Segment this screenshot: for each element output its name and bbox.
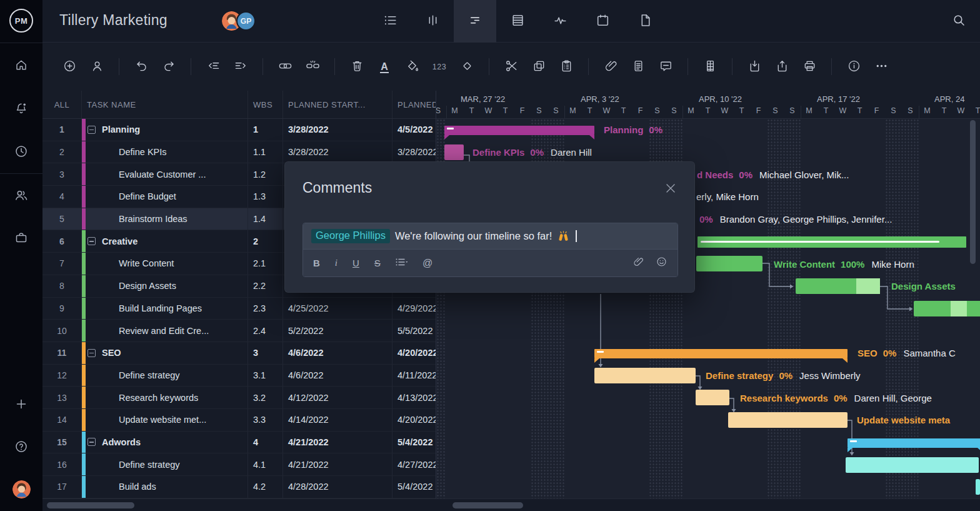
planned-start-cell[interactable]: 5/2/2022: [283, 320, 392, 342]
planned-finish-cell[interactable]: 5/4/2022: [392, 432, 436, 453]
tab-document[interactable]: [624, 0, 666, 43]
table-row[interactable]: 17Build ads4.24/28/20225/4/2022: [42, 476, 436, 498]
task-name-cell[interactable]: Adwords: [82, 432, 248, 453]
copy-button[interactable]: [528, 56, 549, 78]
gantt-horizontal-scrollbar[interactable]: [452, 502, 523, 508]
column-filter-all[interactable]: ALL: [42, 91, 82, 118]
task-name-cell[interactable]: Define KPIs: [82, 141, 248, 163]
gantt-task-bar[interactable]: [444, 144, 464, 160]
info-button[interactable]: [843, 56, 864, 78]
column-wbs[interactable]: WBS: [248, 91, 283, 118]
team-icon[interactable]: [9, 183, 34, 208]
notes-button[interactable]: [628, 56, 649, 78]
import-button[interactable]: [744, 56, 765, 78]
task-name-cell[interactable]: Define strategy: [82, 365, 248, 387]
planned-start-cell[interactable]: 4/21/2022: [283, 453, 392, 475]
planned-finish-cell[interactable]: 4/27/2022: [392, 453, 436, 475]
wbs-cell[interactable]: 3.2: [248, 387, 283, 408]
gantt-task-bar[interactable]: [914, 301, 980, 316]
paste-button[interactable]: [556, 56, 577, 78]
redo-button[interactable]: [158, 56, 179, 78]
more-button[interactable]: [871, 56, 892, 78]
undo-button[interactable]: [131, 56, 152, 78]
task-name-cell[interactable]: Define Budget: [82, 186, 248, 208]
planned-finish-cell[interactable]: 4/20/2022: [392, 409, 436, 431]
planned-start-cell[interactable]: 4/14/2022: [283, 409, 392, 431]
fill-color-button[interactable]: [401, 56, 422, 78]
attach-icon[interactable]: [632, 256, 644, 270]
table-row[interactable]: 16Define strategy4.14/21/20224/27/2022: [42, 453, 436, 476]
planned-finish-cell[interactable]: 3/28/2022: [392, 141, 436, 163]
columns-button[interactable]: [699, 56, 721, 78]
wbs-cell[interactable]: 2: [248, 230, 283, 252]
comment-button[interactable]: [655, 56, 676, 78]
member-avatar-initials[interactable]: GP: [236, 11, 256, 31]
delete-button[interactable]: [346, 56, 368, 78]
table-row[interactable]: 13Research keywords3.24/12/20224/13/2022: [42, 387, 436, 409]
table-horizontal-scrollbar[interactable]: [47, 502, 134, 508]
task-name-cell[interactable]: SEO: [82, 342, 248, 364]
unlink-tasks-button[interactable]: [302, 56, 323, 78]
planned-start-cell[interactable]: 4/25/2022: [283, 298, 392, 320]
table-row[interactable]: 15Adwords44/21/20225/4/2022: [42, 432, 436, 454]
table-row[interactable]: 2Define KPIs1.13/28/20223/28/2022: [42, 141, 436, 164]
wbs-cell[interactable]: 1.3: [248, 186, 283, 208]
gantt-summary-bar[interactable]: [848, 438, 980, 448]
numbers-button[interactable]: 123: [429, 56, 450, 78]
wbs-cell[interactable]: 3.1: [248, 365, 283, 387]
tab-list[interactable]: [369, 0, 411, 43]
tab-activity[interactable]: [539, 0, 581, 43]
wbs-cell[interactable]: 2.3: [248, 298, 283, 320]
wbs-cell[interactable]: 2.2: [248, 275, 283, 297]
font-color-button[interactable]: A: [374, 56, 395, 78]
collapse-icon[interactable]: [88, 237, 96, 245]
column-task-name[interactable]: TASK NAME: [82, 91, 248, 118]
wbs-cell[interactable]: 4: [248, 432, 283, 453]
tab-gantt[interactable]: [454, 0, 496, 43]
wbs-cell[interactable]: 1: [248, 119, 283, 141]
table-row[interactable]: 11SEO34/6/20224/20/2022: [42, 342, 436, 365]
gantt-task-bar[interactable]: [728, 412, 848, 428]
gantt-task-bar[interactable]: [696, 256, 762, 271]
gantt-task-bar[interactable]: [696, 390, 729, 405]
portfolio-briefcase-icon[interactable]: [9, 225, 34, 250]
home-icon[interactable]: [9, 53, 34, 78]
wbs-cell[interactable]: 1.4: [248, 208, 283, 230]
bold-button[interactable]: B: [313, 258, 320, 268]
task-name-cell[interactable]: Research keywords: [82, 387, 248, 408]
indent-button[interactable]: [230, 56, 251, 78]
task-name-cell[interactable]: Planning: [82, 119, 248, 141]
task-name-cell[interactable]: Brainstorm Ideas: [82, 208, 248, 230]
gantt-task-bar[interactable]: [796, 278, 880, 294]
column-planned-finish[interactable]: PLANNED FINISH: [392, 91, 436, 118]
task-name-cell[interactable]: Build Landing Pages: [82, 298, 248, 320]
gantt-vertical-scrollbar[interactable]: [970, 120, 976, 264]
task-name-cell[interactable]: Design Assets: [82, 275, 248, 297]
wbs-cell[interactable]: 4.1: [248, 453, 283, 475]
planned-finish-cell[interactable]: 4/5/2022: [392, 119, 436, 141]
table-row[interactable]: 14Update website met...3.34/14/20224/20/…: [42, 409, 436, 432]
table-row[interactable]: 9Build Landing Pages2.34/25/20224/29/202…: [42, 298, 436, 320]
strikethrough-button[interactable]: S: [374, 258, 381, 268]
milestone-button[interactable]: [456, 56, 478, 78]
column-planned-start[interactable]: PLANNED START...: [283, 91, 392, 118]
pm-logo[interactable]: PM: [9, 9, 33, 33]
cut-button[interactable]: [501, 56, 522, 78]
gantt-task-bar[interactable]: [976, 479, 980, 495]
add-plus-icon[interactable]: [9, 392, 34, 417]
wbs-cell[interactable]: 1.2: [248, 163, 283, 185]
planned-start-cell[interactable]: 4/6/2022: [283, 342, 392, 364]
print-button[interactable]: [799, 56, 820, 78]
collapse-icon[interactable]: [88, 126, 96, 134]
italic-button[interactable]: i: [335, 258, 338, 268]
wbs-cell[interactable]: 2.1: [248, 253, 283, 275]
planned-start-cell[interactable]: 4/21/2022: [283, 432, 392, 453]
task-name-cell[interactable]: Creative: [82, 230, 248, 252]
mention-button[interactable]: @: [422, 258, 432, 269]
wbs-cell[interactable]: 3.3: [248, 409, 283, 431]
wbs-cell[interactable]: 3: [248, 342, 283, 364]
task-name-cell[interactable]: Review and Edit Cre...: [82, 320, 248, 342]
comment-input[interactable]: George Phillips We're following our time…: [303, 223, 678, 249]
timesheet-clock-icon[interactable]: [9, 139, 34, 164]
planned-start-cell[interactable]: 4/28/2022: [283, 476, 392, 498]
